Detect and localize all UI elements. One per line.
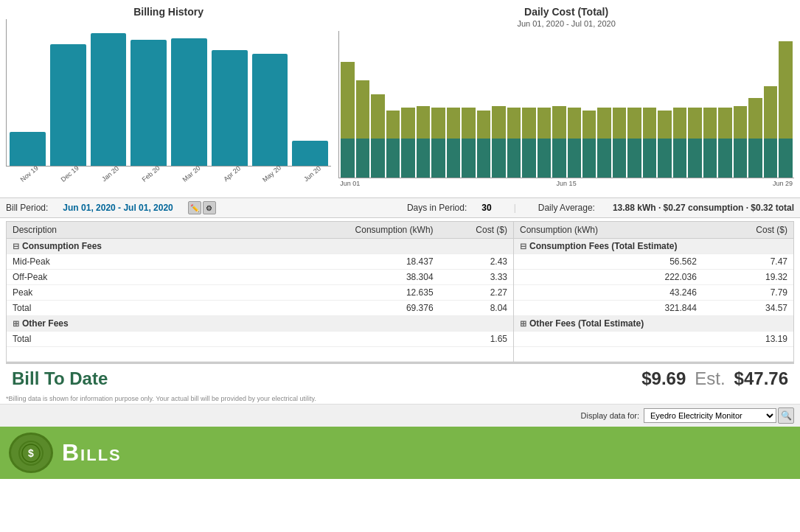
other-total-cost: 1.65 — [439, 332, 513, 347]
daily-bar-top — [431, 108, 445, 139]
off-peak-label: Off-Peak — [7, 270, 285, 285]
daily-bar-bottom — [658, 139, 671, 178]
right-other-total-row: 13.19 — [514, 332, 793, 347]
daily-bar-bottom — [477, 139, 490, 178]
other-total-label: Total — [7, 332, 285, 347]
display-data-label: Display data for: — [581, 411, 639, 420]
daily-bar-top — [582, 111, 596, 139]
daily-label-jun29: Jun 29 — [773, 180, 793, 187]
peak-cost: 2.27 — [439, 285, 513, 301]
daily-bar — [627, 108, 641, 178]
daily-bar — [764, 86, 777, 178]
daily-bar-top — [356, 80, 369, 139]
days-label: Days in Period: — [407, 203, 467, 213]
daily-bar — [552, 106, 566, 178]
daily-bar-top — [718, 108, 731, 139]
daily-bar-top — [447, 108, 460, 139]
right-col-cost: Cost ($) — [703, 222, 793, 239]
daily-bar-top — [627, 108, 641, 139]
daily-bar — [779, 41, 792, 178]
search-button[interactable]: 🔍 — [778, 407, 794, 424]
right-other-fees-header: ⊞Other Fees (Total Estimate) — [514, 316, 793, 332]
daily-bar — [748, 98, 762, 178]
daily-bar — [538, 108, 551, 178]
daily-bar-top — [492, 106, 505, 139]
daily-bar-top — [688, 108, 701, 139]
daily-bar-top — [538, 108, 551, 139]
daily-bar — [673, 108, 686, 178]
billing-bar-fill — [171, 38, 207, 166]
pencil-icon[interactable]: ✏️ — [188, 201, 201, 214]
daily-bar-top — [748, 98, 762, 139]
daily-bar-top — [673, 108, 686, 139]
daily-label-jun01: Jun 01 — [340, 180, 360, 187]
charts-row: Billing History Nov 19Dec 19Jan 20Feb 20… — [0, 0, 800, 197]
daily-avg-label: Daily Average: — [538, 203, 595, 213]
right-consumption-fees-header: ⊟Consumption Fees (Total Estimate) — [514, 239, 793, 254]
daily-bar-bottom — [568, 139, 581, 178]
billing-bar — [212, 50, 248, 166]
right-mid-peak-consumption: 56.562 — [514, 254, 703, 270]
billing-bar — [91, 33, 127, 166]
billing-bar-fill — [91, 33, 127, 166]
daily-bar — [582, 111, 596, 178]
daily-bar-bottom — [582, 139, 596, 178]
mid-peak-label: Mid-Peak — [7, 254, 285, 270]
right-total-consumption: 321.844 — [514, 301, 703, 316]
billing-bar-fill — [252, 54, 288, 166]
right-total-cost: 34.57 — [703, 301, 793, 316]
daily-bar-bottom — [688, 139, 701, 178]
daily-bar-top — [658, 111, 671, 139]
col-cost: Cost ($) — [439, 222, 513, 239]
bill-to-date-title: Bill To Date — [12, 368, 108, 389]
billing-history-chart: Billing History Nov 19Dec 19Jan 20Feb 20… — [6, 6, 331, 195]
billing-bar — [171, 38, 207, 166]
billing-bar-fill — [131, 40, 167, 166]
daily-bar-bottom — [371, 139, 384, 178]
right-other-consumption — [514, 332, 703, 347]
daily-bar — [658, 111, 671, 178]
daily-bar-bottom — [552, 139, 566, 178]
daily-bar-bottom — [538, 139, 551, 178]
daily-bar — [386, 111, 400, 178]
daily-bar — [371, 94, 384, 178]
right-other-cost: 13.19 — [703, 332, 793, 347]
daily-bar — [356, 80, 369, 178]
daily-bar-top — [417, 106, 430, 139]
daily-bar — [643, 108, 656, 178]
bottom-bar: $ Bills — [0, 427, 800, 479]
daily-bar-top — [779, 41, 792, 139]
right-peak-cost: 7.79 — [703, 285, 793, 301]
total-label: Total — [7, 301, 285, 316]
right-off-peak-cost: 19.32 — [703, 270, 793, 285]
daily-bar — [492, 106, 505, 178]
daily-bar-bottom — [734, 139, 747, 178]
daily-bar — [462, 108, 475, 178]
daily-bar-bottom — [447, 139, 460, 178]
daily-bar-bottom — [643, 139, 656, 178]
bill-to-date-amount: $9.69 — [641, 368, 686, 389]
col-consumption: Consumption (kWh) — [285, 222, 439, 239]
daily-bar-top — [386, 111, 400, 139]
spacer-row — [514, 347, 793, 362]
settings-icon[interactable]: ⚙ — [203, 201, 216, 214]
daily-avg-value: 13.88 kWh · $0.27 consumption · $0.32 to… — [613, 203, 794, 213]
svg-text:$: $ — [28, 447, 34, 459]
daily-bar — [431, 108, 445, 178]
daily-bar-bottom — [779, 139, 792, 178]
billing-bar-fill — [50, 44, 86, 166]
daily-bar-bottom — [597, 139, 611, 178]
right-off-peak-consumption: 222.036 — [514, 270, 703, 285]
table-row: Peak 12.635 2.27 — [7, 285, 513, 301]
est-label: Est. — [695, 368, 725, 389]
daily-bar-top — [522, 108, 535, 139]
display-data-select[interactable]: Eyedro Electricity Monitor — [644, 408, 776, 423]
right-col-consumption: Consumption (kWh) — [514, 222, 703, 239]
right-peak-consumption: 43.246 — [514, 285, 703, 301]
consumption-total-row: Total 69.376 8.04 — [7, 301, 513, 316]
billing-bar — [50, 44, 86, 166]
daily-cost-bars — [338, 31, 794, 178]
total-consumption: 69.376 — [285, 301, 439, 316]
daily-bar — [417, 106, 430, 178]
billing-bar — [252, 54, 288, 166]
